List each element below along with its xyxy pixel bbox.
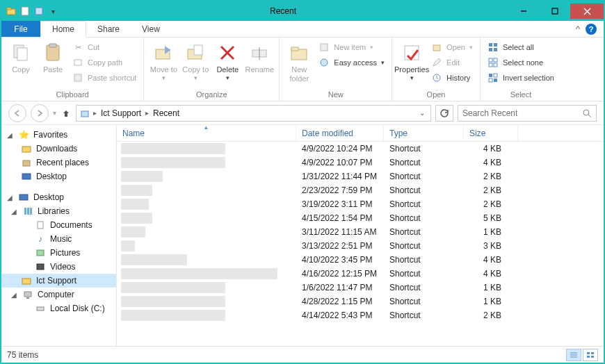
maximize-button[interactable]: [539, 3, 570, 19]
rename-button[interactable]: Rename: [244, 39, 275, 77]
folder-app-icon: [6, 6, 17, 17]
table-row[interactable]: 4/15/2022 1:54 PMShortcut5 KB: [117, 211, 604, 225]
ribbon-group-clipboard: Copy Paste ✂Cut Copy path Paste shortcut…: [1, 38, 144, 101]
history-button[interactable]: History: [428, 71, 476, 85]
table-row[interactable]: 3/11/2022 11:15 AMShortcut1 KB: [117, 225, 604, 239]
pictures-icon: [35, 247, 46, 258]
view-details-button[interactable]: [566, 349, 581, 361]
help-icon[interactable]: ?: [586, 24, 597, 35]
select-all-button[interactable]: Select all: [485, 40, 557, 54]
tree-favorites[interactable]: ◢⭐Favorites: [1, 128, 116, 142]
copy-path-button[interactable]: Copy path: [70, 56, 139, 69]
recent-locations-icon[interactable]: ▾: [53, 109, 56, 117]
col-date[interactable]: Date modified: [296, 125, 384, 141]
file-tab[interactable]: File: [1, 21, 40, 37]
svg-rect-63: [591, 356, 594, 358]
table-row[interactable]: 4/16/2022 12:15 PMShortcut4 KB: [117, 267, 604, 281]
svg-rect-33: [494, 58, 497, 62]
delete-button[interactable]: Delete▾: [212, 39, 243, 84]
close-button[interactable]: [570, 3, 604, 19]
desktop-icon: [21, 171, 32, 182]
tree-ict-support[interactable]: Ict Support: [1, 274, 116, 288]
table-row[interactable]: 4/9/2022 10:24 PMShortcut4 KB: [117, 142, 604, 156]
paste-button[interactable]: Paste: [38, 39, 68, 77]
search-icon[interactable]: [582, 108, 592, 118]
chevron-right-icon[interactable]: ▸: [92, 109, 98, 117]
copy-button[interactable]: Copy: [6, 39, 36, 77]
table-row[interactable]: 4/28/2022 1:15 PMShortcut1 KB: [117, 295, 604, 308]
file-rows[interactable]: 4/9/2022 10:24 PMShortcut4 KB4/9/2022 10…: [117, 142, 604, 346]
navbar: ▾ ▸ Ict Support ▸ Recent ⌄: [1, 101, 604, 125]
videos-icon: [35, 261, 46, 272]
svg-rect-26: [433, 45, 440, 51]
cut-icon: ✂: [72, 42, 83, 53]
cut-button[interactable]: ✂Cut: [70, 40, 139, 54]
tree-desktop[interactable]: ◢Desktop: [1, 190, 116, 204]
svg-rect-9: [17, 48, 27, 60]
address-dropdown-icon[interactable]: ⌄: [419, 109, 425, 117]
tree-libraries[interactable]: ◢Libraries: [1, 204, 116, 218]
tree-videos[interactable]: Videos: [1, 260, 116, 274]
share-tab[interactable]: Share: [86, 21, 131, 37]
svg-rect-49: [30, 208, 32, 215]
crumb-ict-support[interactable]: Ict Support: [99, 108, 143, 118]
quick-dropdown-icon[interactable]: ▾: [47, 6, 58, 17]
select-none-button[interactable]: Select none: [485, 56, 557, 69]
tree-recent-places[interactable]: Recent places: [1, 156, 116, 169]
properties-icon: [401, 42, 423, 64]
forward-button[interactable]: [31, 104, 49, 122]
view-tab[interactable]: View: [131, 21, 171, 37]
invert-selection-button[interactable]: Invert selection: [485, 71, 557, 85]
easy-access-button[interactable]: Easy access ▾: [316, 56, 387, 69]
svg-rect-31: [494, 48, 497, 51]
copy-to-button[interactable]: Copy to▾: [180, 39, 211, 84]
new-folder-button[interactable]: New folder: [284, 39, 314, 85]
properties-button[interactable]: Properties▾: [396, 39, 427, 84]
svg-rect-53: [22, 279, 31, 284]
back-button[interactable]: [8, 104, 26, 122]
nav-tree[interactable]: ◢⭐Favorites Downloads Recent places Desk…: [1, 125, 117, 346]
table-row[interactable]: 1/6/2022 11:47 PMShortcut1 KB: [117, 281, 604, 295]
table-row[interactable]: 4/9/2022 10:07 PMShortcut4 KB: [117, 156, 604, 169]
col-name[interactable]: Name▴: [117, 125, 296, 141]
refresh-button[interactable]: [435, 105, 453, 122]
table-row[interactable]: 3/13/2022 2:51 PMShortcut3 KB: [117, 239, 604, 253]
ribbon-group-new: New folder New item ▾ Easy access ▾ New: [280, 38, 392, 101]
search-input[interactable]: [462, 108, 582, 118]
open-button[interactable]: Open ▾: [428, 40, 476, 54]
svg-rect-62: [587, 356, 590, 358]
history-icon: [431, 72, 442, 83]
edit-button[interactable]: Edit: [428, 56, 476, 69]
address-bar[interactable]: ▸ Ict Support ▸ Recent ⌄: [76, 105, 431, 122]
tree-pictures[interactable]: Pictures: [1, 246, 116, 260]
table-row[interactable]: 1/31/2022 11:44 PMShortcut2 KB: [117, 169, 604, 183]
ribbon-collapse-icon[interactable]: ^: [576, 24, 580, 34]
table-row[interactable]: 3/19/2022 3:11 PMShortcut2 KB: [117, 197, 604, 211]
tree-local-disk[interactable]: Local Disk (C:): [1, 301, 116, 315]
paste-shortcut-button[interactable]: Paste shortcut: [70, 71, 139, 85]
table-row[interactable]: 2/23/2022 7:59 PMShortcut2 KB: [117, 183, 604, 197]
chevron-right-icon[interactable]: ▸: [144, 109, 150, 117]
home-tab[interactable]: Home: [40, 21, 86, 38]
svg-rect-44: [23, 160, 30, 166]
view-large-icons-button[interactable]: [583, 349, 598, 361]
table-row[interactable]: 4/10/2022 3:45 PMShortcut4 KB: [117, 253, 604, 267]
tree-computer[interactable]: ◢Computer: [1, 288, 116, 301]
col-size[interactable]: Size: [464, 125, 518, 141]
crumb-recent[interactable]: Recent: [152, 108, 181, 118]
col-type[interactable]: Type: [384, 125, 464, 141]
table-row[interactable]: 4/14/2022 5:43 PMShortcut2 KB: [117, 308, 604, 322]
search-box[interactable]: [458, 105, 597, 122]
quick-props-icon[interactable]: [33, 6, 45, 17]
new-item-button[interactable]: New item ▾: [316, 40, 387, 54]
up-button[interactable]: [60, 108, 72, 119]
svg-rect-38: [489, 78, 492, 82]
sort-indicator-icon: ▴: [204, 124, 208, 131]
tree-music[interactable]: ♪Music: [1, 232, 116, 246]
quick-new-icon[interactable]: [19, 6, 31, 17]
move-to-button[interactable]: Move to▾: [148, 39, 179, 84]
tree-downloads[interactable]: Downloads: [1, 142, 116, 156]
tree-desktop-fav[interactable]: Desktop: [1, 169, 116, 183]
tree-documents[interactable]: Documents: [1, 218, 116, 232]
minimize-button[interactable]: [508, 3, 539, 19]
